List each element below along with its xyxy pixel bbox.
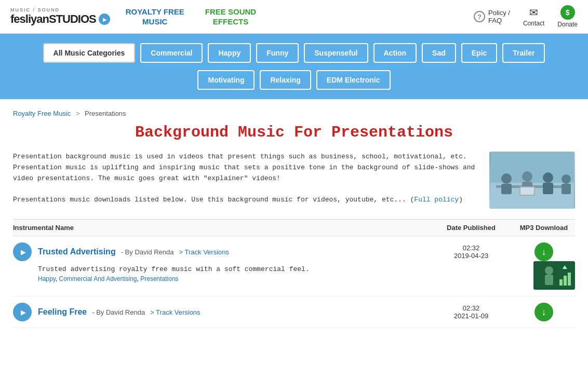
cat-sad[interactable]: Sad (422, 43, 456, 63)
track-description: Trusted advertising royalty free music w… (38, 265, 523, 273)
logo[interactable]: MUSIC / SOUND fesliyanSTUDIOS (10, 7, 110, 26)
tag-presentations[interactable]: Presentations (140, 275, 178, 282)
track-duration: 02:32 (430, 304, 513, 312)
help-icon: ? (474, 11, 485, 22)
policy-label: Policy /FAQ (488, 9, 510, 24)
track-download (513, 242, 575, 261)
svg-rect-17 (564, 276, 567, 286)
donate-icon: $ (560, 5, 575, 20)
cat-suspenseful[interactable]: Suspenseful (304, 43, 368, 63)
donate-label: Donate (557, 21, 578, 28)
track-name[interactable]: Trusted Advertising (38, 247, 116, 256)
nav-right: ? Policy /FAQ ✉ Contact $ Donate (474, 5, 578, 28)
track-row: Feeling Free - By David Renda > Track Ve… (13, 296, 575, 328)
category-row-1: All Music Categories Commercial Happy Fu… (43, 43, 545, 63)
svg-rect-15 (545, 275, 553, 285)
policy-faq-area[interactable]: ? Policy /FAQ (474, 9, 510, 24)
track-desc-text: Trusted advertising royalty free music w… (13, 261, 523, 282)
cat-action[interactable]: Action (373, 43, 417, 63)
cat-funny[interactable]: Funny (256, 43, 299, 63)
desc-p2-text: Presentations music downloads listed bel… (13, 196, 414, 204)
cat-epic[interactable]: Epic (461, 43, 498, 63)
cat-relaxing[interactable]: Relaxing (260, 70, 311, 90)
thumb-inner (533, 261, 575, 290)
tag-happy[interactable]: Happy (38, 275, 56, 282)
track-author: - By David Renda (92, 308, 145, 316)
logo-text-area: fesliyanSTUDIOS (10, 12, 110, 26)
page-title: Background Music For Presentations (13, 124, 575, 141)
donate-area[interactable]: $ Donate (557, 5, 578, 28)
track-name[interactable]: Feeling Free (38, 307, 87, 317)
contact-area[interactable]: ✉ Contact (523, 6, 544, 27)
track-download (513, 303, 575, 321)
royalty-free-music-link[interactable]: ROYALTY FREEMUSIC (126, 7, 184, 27)
thumb-svg (533, 261, 575, 290)
free-sound-effects-link[interactable]: FREE SOUNDEFFECTS (205, 7, 256, 27)
track-date: 02:32 2019-04-23 (430, 244, 513, 260)
cat-trailer[interactable]: Trailer (502, 43, 545, 63)
svg-rect-4 (501, 184, 512, 194)
category-bar: All Music Categories Commercial Happy Fu… (0, 34, 588, 99)
office-image-svg (491, 152, 574, 209)
cat-all-music[interactable]: All Music Categories (43, 43, 136, 63)
play-button[interactable] (13, 242, 32, 261)
desc-p2-end: ) (459, 196, 463, 204)
col-dl-header: MP3 Download (513, 224, 575, 232)
track-author: - By David Renda (121, 248, 174, 256)
logo-name: fesliyanSTUDIOS (10, 12, 96, 26)
category-row-2: Motivating Relaxing EDM Electronic (197, 70, 390, 90)
breadcrumb-current: Presentations (85, 110, 126, 117)
download-button[interactable] (534, 242, 553, 261)
contact-label: Contact (523, 20, 544, 27)
cat-happy[interactable]: Happy (208, 43, 251, 63)
svg-point-7 (543, 172, 553, 183)
track-row: Trusted Advertising - By David Renda > T… (13, 236, 575, 296)
svg-rect-10 (562, 184, 571, 194)
cat-edm-electronic[interactable]: EDM Electronic (316, 70, 391, 90)
track-title-row: Trusted Advertising - By David Renda > T… (38, 247, 430, 256)
svg-rect-12 (520, 187, 534, 195)
header: MUSIC / SOUND fesliyanSTUDIOS ROYALTY FR… (0, 0, 588, 34)
logo-play-icon (99, 13, 110, 25)
desc-img-inner (489, 152, 575, 209)
main-nav: ROYALTY FREEMUSIC FREE SOUNDEFFECTS (126, 7, 458, 27)
download-button[interactable] (534, 303, 553, 321)
table-header: Instrumental Name Date Published MP3 Dow… (13, 219, 575, 236)
svg-point-14 (545, 266, 553, 275)
track-tags: Happy, Commercial And Advertising, Prese… (38, 275, 523, 282)
description-area: Presentation background music is used in… (13, 152, 575, 209)
description-image (489, 152, 575, 209)
track-published: 2019-04-23 (430, 252, 513, 260)
track-date: 02:32 2021-01-09 (430, 304, 513, 320)
track-info: Trusted Advertising - By David Renda > T… (38, 247, 430, 256)
cat-motivating[interactable]: Motivating (197, 70, 255, 90)
play-button[interactable] (13, 303, 32, 321)
desc-paragraph-2: Presentations music downloads listed bel… (13, 195, 479, 206)
track-thumbnail (533, 261, 575, 290)
full-policy-link[interactable]: Full policy (414, 196, 459, 204)
cat-commercial[interactable]: Commercial (140, 43, 203, 63)
track-published: 2021-01-09 (430, 312, 513, 320)
col-name-header: Instrumental Name (13, 224, 430, 232)
svg-rect-8 (543, 183, 553, 194)
svg-point-9 (562, 174, 571, 184)
breadcrumb-separator: > (76, 110, 80, 117)
track-duration: 02:32 (430, 244, 513, 252)
svg-rect-18 (568, 273, 571, 286)
main-content: Royalty Free Music > Presentations Backg… (0, 99, 588, 339)
breadcrumb: Royalty Free Music > Presentations (13, 110, 575, 117)
col-date-header: Date Published (430, 224, 513, 232)
description-text: Presentation background music is used in… (13, 152, 479, 209)
svg-point-5 (522, 171, 532, 182)
breadcrumb-home[interactable]: Royalty Free Music (13, 110, 71, 117)
svg-rect-16 (559, 279, 563, 286)
tag-commercial[interactable]: Commercial And Advertising (59, 275, 137, 282)
track-versions-link[interactable]: > Track Versions (179, 248, 229, 256)
track-desc-row: Trusted advertising royalty free music w… (13, 261, 575, 290)
envelope-icon: ✉ (529, 6, 538, 19)
desc-paragraph-1: Presentation background music is used in… (13, 152, 479, 184)
track-title-row: Feeling Free - By David Renda > Track Ve… (38, 307, 430, 317)
track-info: Feeling Free - By David Renda > Track Ve… (38, 307, 430, 317)
track-main-row: Feeling Free - By David Renda > Track Ve… (13, 303, 575, 321)
track-versions-link[interactable]: > Track Versions (150, 308, 200, 316)
